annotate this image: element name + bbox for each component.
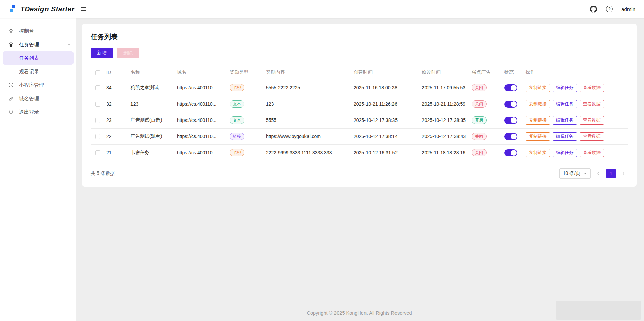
sidebar-item-label: 任务列表 [19,55,39,61]
row-checkbox[interactable] [95,85,100,90]
cell-create-time: 2025-10-21 11:26:26 [354,96,422,112]
sidebar-item-watch-records[interactable]: 观看记录 [0,65,76,78]
table-row: 21卡密任务https://cs.400110...卡密2222 9999 33… [91,144,628,161]
link-icon [8,96,14,102]
reward-type-tag: 文本 [230,116,244,124]
select-all-checkbox[interactable] [95,70,100,75]
status-toggle[interactable] [504,84,517,91]
miniprogram-icon [8,82,14,88]
force-ad-tag: 开启 [472,116,487,124]
column-id: ID [106,65,130,80]
status-toggle[interactable] [504,149,517,156]
table-row: 23广告测试(点击)https://cs.400110...文本55552025… [91,112,628,128]
view-data-button[interactable]: 查看数据 [580,116,604,125]
delete-button: 删除 [117,48,139,58]
sidebar-item-task-management[interactable]: 任务管理 [0,38,76,51]
cell-create-time: 2025-11-16 18:00:28 [354,80,422,96]
sidebar-item-label: 域名管理 [19,96,39,102]
copy-link-button[interactable]: 复制链接 [526,84,550,92]
main-content: 任务列表 新增 删除 ID 名称 域名 奖励类型 [76,18,644,321]
cell-create-time: 2025-10-12 17:38:14 [354,128,422,144]
copyright-text: Copyright © 2025 KongHen. All Rights Res… [82,303,637,321]
status-toggle[interactable] [504,117,517,124]
sidebar-item-domain[interactable]: 域名管理 [0,92,76,105]
next-page-button[interactable] [619,169,628,178]
table-row: 34狗凯之家测试https://cs.400110...卡密5555 2222 … [91,80,628,96]
view-data-button[interactable]: 查看数据 [580,132,604,141]
cell-modify-time: 2025-11-17 09:55:53 [422,80,472,96]
home-icon [8,28,14,34]
edit-task-button[interactable]: 编辑任务 [553,149,577,157]
status-toggle[interactable] [504,101,517,108]
github-icon[interactable] [590,6,597,13]
view-data-button[interactable]: 查看数据 [580,100,604,108]
cell-reward-content: 123 [266,96,354,112]
edit-task-button[interactable]: 编辑任务 [553,132,577,141]
cell-name: 123 [130,96,177,112]
column-force-ad: 强点广告 [472,65,499,80]
cell-modify-time: 2025-10-12 17:38:43 [422,128,472,144]
sidebar-item-label: 控制台 [19,28,34,34]
reward-type-tag: 卡密 [230,84,244,91]
power-icon [8,109,14,115]
task-list-card: 任务列表 新增 删除 ID 名称 域名 奖励类型 [82,24,637,187]
row-checkbox[interactable] [95,134,100,139]
row-checkbox[interactable] [95,150,100,155]
task-table: ID 名称 域名 奖励类型 奖励内容 创建时间 修改时间 强点广告 状态 操作 … [91,65,628,161]
watermark-artifact [556,301,641,320]
user-menu[interactable]: admin [621,6,635,12]
view-data-button[interactable]: 查看数据 [580,84,604,92]
cell-id: 21 [106,144,130,161]
copy-link-button[interactable]: 复制链接 [526,116,550,125]
sidebar-item-label: 观看记录 [19,69,39,75]
collapse-menu-icon[interactable] [80,6,88,12]
page-title: 任务列表 [91,32,628,42]
page-size-select[interactable]: 10 条/页 [559,168,591,179]
sidebar-item-miniprogram[interactable]: 小程序管理 [0,78,76,92]
force-ad-tag: 关闭 [472,133,487,140]
sidebar-item-label: 小程序管理 [19,82,44,88]
row-checkbox[interactable] [95,102,100,107]
chevron-up-icon [67,43,71,47]
copy-link-button[interactable]: 复制链接 [526,132,550,141]
table-row: 32123https://cs.400110...文本1232025-10-21… [91,96,628,112]
cell-name: 广告测试(点击) [130,112,177,128]
cell-name: 广告测试(观看) [130,128,177,144]
page-number-button[interactable]: 1 [606,169,616,178]
cell-id: 34 [106,80,130,96]
help-icon[interactable]: ? [606,6,613,12]
prev-page-button[interactable] [594,169,603,178]
top-bar: TDesign Starter ? admin [0,0,644,18]
cell-domain: https://cs.400110... [177,96,230,112]
reward-type-tag: 链接 [230,133,244,140]
cell-modify-time: 2025-10-21 11:28:59 [422,96,472,112]
cell-create-time: 2025-10-12 16:31:52 [354,144,422,161]
status-toggle[interactable] [504,133,517,140]
column-reward-type: 奖励类型 [230,65,266,80]
view-data-button[interactable]: 查看数据 [580,149,604,157]
total-count-text: 共 5 条数据 [91,170,115,177]
sidebar-item-label: 任务管理 [19,42,39,48]
page-size-value: 10 条/页 [563,170,580,177]
sidebar-item-logout[interactable]: 退出登录 [0,105,76,119]
edit-task-button[interactable]: 编辑任务 [553,84,577,92]
cell-modify-time: 2025-10-12 17:38:35 [422,112,472,128]
tdesign-logo-icon [9,4,17,14]
column-name: 名称 [130,65,177,80]
cell-reward-content: 5555 2222 2225 [266,80,354,96]
sidebar-item-task-list[interactable]: 任务列表 [3,51,74,65]
row-checkbox[interactable] [95,118,100,123]
cell-modify-time: 2025-11-18 18:28:16 [422,144,472,161]
cell-name: 狗凯之家测试 [130,80,177,96]
edit-task-button[interactable]: 编辑任务 [553,100,577,108]
brand-title: TDesign Starter [20,5,75,13]
edit-task-button[interactable]: 编辑任务 [553,116,577,125]
force-ad-tag: 关闭 [472,149,487,156]
column-modify-time: 修改时间 [422,65,472,80]
copy-link-button[interactable]: 复制链接 [526,100,550,108]
sidebar-item-label: 退出登录 [19,109,39,115]
cell-domain: https://cs.400110... [177,80,230,96]
copy-link-button[interactable]: 复制链接 [526,149,550,157]
sidebar-item-console[interactable]: 控制台 [0,24,76,38]
add-button[interactable]: 新增 [91,48,113,58]
